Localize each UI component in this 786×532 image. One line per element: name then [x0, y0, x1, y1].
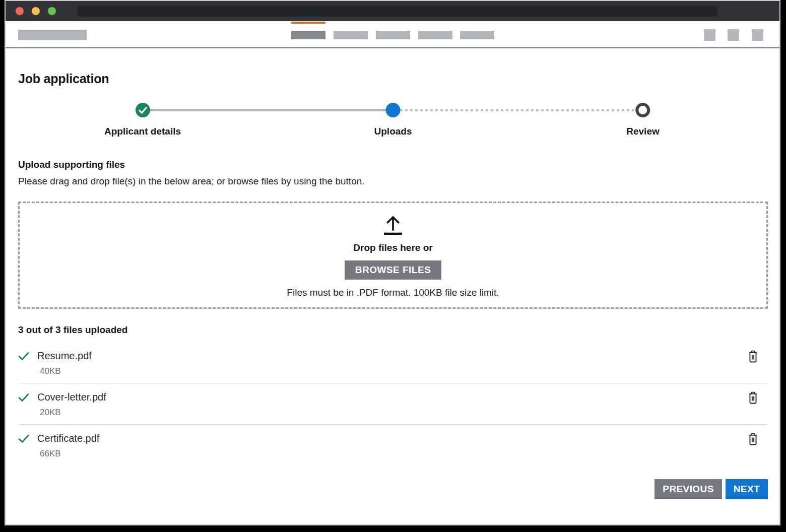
nav-action-3[interactable] — [752, 29, 763, 41]
trash-icon — [747, 433, 759, 445]
drop-prompt: Drop files here or — [353, 242, 432, 253]
delete-file-button[interactable] — [747, 433, 759, 445]
trash-icon — [747, 350, 759, 363]
file-name: Cover-letter.pdf — [37, 391, 106, 403]
previous-button[interactable]: PREVIOUS — [654, 479, 722, 499]
brand-logo-placeholder — [18, 30, 87, 40]
file-name: Resume.pdf — [37, 350, 92, 362]
upload-status: 3 out of 3 files uploaded — [18, 324, 768, 336]
nav-tab-5[interactable] — [460, 31, 494, 39]
browser-window: Job application Applicant details Upload… — [5, 0, 780, 525]
file-success-check-icon — [18, 434, 29, 443]
nav-tab-1-active[interactable] — [291, 31, 325, 39]
file-success-check-icon — [18, 393, 29, 402]
uploaded-file-list: Resume.pdf 40KB — [18, 342, 768, 466]
maximize-window-button[interactable] — [48, 7, 56, 15]
traffic-lights — [16, 7, 56, 15]
minimize-window-button[interactable] — [32, 7, 40, 15]
step-review[interactable]: Review — [626, 103, 659, 137]
nav-tab-2[interactable] — [334, 31, 368, 39]
upload-section-title: Upload supporting files — [18, 159, 768, 170]
trash-icon — [747, 391, 759, 404]
file-size: 66KB — [40, 449, 768, 459]
nav-tab-3[interactable] — [376, 31, 410, 39]
wizard-footer: PREVIOUS NEXT — [18, 479, 768, 499]
upload-section-description: Please drag and drop file(s) in the belo… — [18, 176, 768, 187]
nav-tab-4[interactable] — [418, 31, 452, 39]
stepper-line-upcoming — [400, 109, 636, 111]
upload-icon — [381, 213, 405, 236]
progress-stepper: Applicant details Uploads Review — [18, 103, 768, 142]
step-upcoming-ring — [635, 103, 650, 117]
step-label: Applicant details — [104, 126, 181, 137]
step-label: Review — [626, 126, 659, 137]
nav-action-1[interactable] — [704, 29, 715, 41]
file-row: Cover-letter.pdf 20KB — [18, 383, 768, 425]
file-size: 40KB — [40, 366, 768, 376]
main-content: Job application Applicant details Upload… — [18, 48, 768, 524]
close-window-button[interactable] — [16, 7, 24, 15]
file-format-note: Files must be in .PDF format. 100KB file… — [287, 287, 499, 298]
step-applicant-details[interactable]: Applicant details — [104, 103, 181, 137]
step-complete-icon — [136, 103, 150, 117]
file-size: 20KB — [40, 408, 768, 418]
step-active-dot — [385, 103, 400, 117]
delete-file-button[interactable] — [747, 391, 759, 404]
step-uploads[interactable]: Uploads — [374, 103, 412, 137]
file-row: Resume.pdf 40KB — [18, 342, 768, 383]
address-bar[interactable] — [77, 6, 717, 17]
window-titlebar — [6, 1, 779, 21]
step-label: Uploads — [374, 126, 412, 137]
browse-files-button[interactable]: BROWSE FILES — [345, 260, 442, 280]
site-navbar — [6, 21, 779, 48]
file-name: Certificate.pdf — [37, 433, 99, 444]
delete-file-button[interactable] — [747, 350, 759, 363]
file-row: Certificate.pdf 66KB — [18, 425, 768, 466]
stepper-line-complete — [150, 109, 386, 111]
file-dropzone[interactable]: Drop files here or BROWSE FILES Files mu… — [18, 202, 768, 309]
next-button[interactable]: NEXT — [726, 479, 768, 499]
checkmark-icon — [139, 107, 147, 114]
active-tab-underline — [291, 22, 325, 24]
page-title: Job application — [18, 72, 768, 86]
nav-action-2[interactable] — [728, 29, 739, 41]
file-success-check-icon — [18, 352, 29, 361]
